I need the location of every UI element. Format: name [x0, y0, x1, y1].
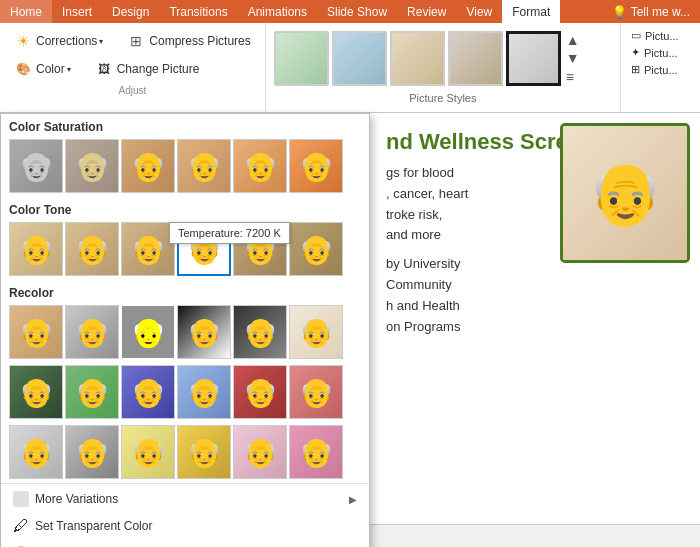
- dropdown-footer: More Variations ▶ 🖊 Set Transparent Colo…: [1, 483, 369, 547]
- ribbon-tabs: Home Insert Design Transitions Animation…: [0, 0, 700, 23]
- tab-slideshow[interactable]: Slide Show: [317, 0, 397, 23]
- ribbon-row-2: Color ▾ Change Picture: [6, 55, 259, 83]
- picture-effects-icon: ✦: [631, 46, 640, 59]
- picture-effects-button[interactable]: ✦ Pictu...: [627, 44, 694, 61]
- more-variations-arrow: ▶: [349, 494, 357, 505]
- color-dropdown-arrow: ▾: [67, 65, 71, 74]
- ribbon-controls: Corrections ▾ Compress Pictures Color ▾ …: [0, 23, 700, 113]
- recolor-row-3: 👴 👴 👴 👴 👴 👴: [1, 423, 369, 483]
- corrections-dropdown-arrow: ▾: [99, 37, 103, 46]
- color-tone-tooltip: Temperature: 7200 K: [169, 222, 290, 244]
- saturation-300[interactable]: 👴: [289, 139, 343, 193]
- picture-style-1[interactable]: [274, 31, 329, 86]
- picture-layout-icon: ⊞: [631, 63, 640, 76]
- slide-content: nd Wellness Screenings gs for blood , ca…: [370, 113, 700, 524]
- color-saturation-grid: 👴 👴 👴 👴 👴 👴: [1, 137, 369, 197]
- recolor-yellow[interactable]: 👴: [177, 425, 231, 479]
- picture-style-4[interactable]: [448, 31, 503, 86]
- saturation-66[interactable]: 👴: [121, 139, 175, 193]
- recolor-row-1: 👴 👴 👴 👴 👴 👴: [1, 303, 369, 363]
- set-transparent-color-item[interactable]: 🖊 Set Transparent Color: [1, 512, 369, 540]
- recolor-blue[interactable]: 👴: [177, 365, 231, 419]
- saturation-100[interactable]: 👴: [177, 139, 231, 193]
- picture-color-options-item[interactable]: 🎨 Picture Color Options...: [1, 540, 369, 547]
- tab-format[interactable]: Format: [502, 0, 560, 23]
- compress-pictures-button[interactable]: Compress Pictures: [119, 30, 258, 52]
- ribbon-tabs-bar: Home Insert Design Transitions Animation…: [0, 0, 700, 23]
- styles-expand[interactable]: ≡: [566, 69, 580, 85]
- tone-7800k[interactable]: 👴: [289, 222, 343, 276]
- recolor-grayscale[interactable]: 👴: [65, 305, 119, 359]
- recolor-dark-green[interactable]: 👴: [9, 365, 63, 419]
- adjust-group-label: Adjust: [6, 85, 259, 96]
- tab-animations[interactable]: Animations: [238, 0, 317, 23]
- ribbon-group-right: ▭ Pictu... ✦ Pictu... ⊞ Pictu...: [620, 23, 700, 112]
- picture-styles-label: Picture Styles: [270, 90, 616, 106]
- more-variations-icon: [13, 491, 29, 507]
- color-dropdown-panel: Color Saturation 👴 👴 👴 👴 👴 👴 Color: [0, 113, 370, 547]
- tab-design[interactable]: Design: [102, 0, 159, 23]
- recolor-bw50[interactable]: 👴: [121, 305, 175, 359]
- picture-border-button[interactable]: ▭ Pictu...: [627, 27, 694, 44]
- recolor-bw15[interactable]: 👴: [233, 305, 287, 359]
- saturation-200[interactable]: 👴: [233, 139, 287, 193]
- color-tone-grid: 👴 👴 👴 👴 👴 👴 Temperature: 7200 K: [1, 220, 369, 280]
- more-variations-item[interactable]: More Variations ▶: [1, 486, 369, 512]
- sun-icon: [14, 32, 32, 50]
- recolor-washout[interactable]: 👴: [289, 305, 343, 359]
- recolor-red[interactable]: 👴: [289, 365, 343, 419]
- recolor-bw85[interactable]: 👴: [177, 305, 231, 359]
- saturation-33[interactable]: 👴: [65, 139, 119, 193]
- tone-5300k[interactable]: 👴: [65, 222, 119, 276]
- tab-review[interactable]: Review: [397, 0, 456, 23]
- slide-person-image: 👴: [560, 123, 690, 263]
- picture-icon: [95, 60, 113, 78]
- tab-view[interactable]: View: [456, 0, 502, 23]
- picture-layout-button[interactable]: ⊞ Pictu...: [627, 61, 694, 78]
- change-picture-button[interactable]: Change Picture: [87, 58, 208, 80]
- recolor-none[interactable]: 👴: [9, 305, 63, 359]
- palette-icon: [14, 60, 32, 78]
- tab-tellme[interactable]: 💡 Tell me w...: [602, 0, 700, 23]
- recolor-dark-blue[interactable]: 👴: [121, 365, 175, 419]
- corrections-button[interactable]: Corrections ▾: [6, 30, 111, 52]
- recolor-light-gray[interactable]: 👴: [9, 425, 63, 479]
- recolor-row-2: 👴 👴 👴 👴 👴 👴: [1, 363, 369, 423]
- recolor-light-pink[interactable]: 👴: [233, 425, 287, 479]
- tab-insert[interactable]: Insert: [52, 0, 102, 23]
- compress-icon: [127, 32, 145, 50]
- lightbulb-icon: 💡: [612, 5, 627, 19]
- ribbon-group-picture-styles: ▲ ▼ ≡ Picture Styles: [266, 23, 620, 112]
- transparent-icon: 🖊: [13, 517, 29, 535]
- tab-transitions[interactable]: Transitions: [159, 0, 237, 23]
- picture-style-3[interactable]: [390, 31, 445, 86]
- main-content: Color Saturation 👴 👴 👴 👴 👴 👴 Color: [0, 113, 700, 524]
- recolor-dark-red[interactable]: 👴: [233, 365, 287, 419]
- ribbon-row-1: Corrections ▾ Compress Pictures: [6, 27, 259, 55]
- color-saturation-title: Color Saturation: [1, 114, 369, 137]
- picture-style-5[interactable]: [506, 31, 561, 86]
- ribbon-group-adjust: Corrections ▾ Compress Pictures Color ▾ …: [0, 23, 266, 112]
- styles-scroll-down[interactable]: ▼: [566, 50, 580, 66]
- recolor-pink[interactable]: 👴: [289, 425, 343, 479]
- saturation-0[interactable]: 👴: [9, 139, 63, 193]
- recolor-gray[interactable]: 👴: [65, 425, 119, 479]
- recolor-title: Recolor: [1, 280, 369, 303]
- color-tone-title: Color Tone: [1, 197, 369, 220]
- picture-style-2[interactable]: [332, 31, 387, 86]
- recolor-light-yellow[interactable]: 👴: [121, 425, 175, 479]
- picture-styles-grid: ▲ ▼ ≡: [270, 27, 616, 90]
- styles-scroll-up[interactable]: ▲: [566, 32, 580, 48]
- tone-4700k[interactable]: 👴: [9, 222, 63, 276]
- color-button[interactable]: Color ▾: [6, 58, 79, 80]
- tab-home[interactable]: Home: [0, 0, 52, 23]
- picture-border-icon: ▭: [631, 29, 641, 42]
- recolor-green[interactable]: 👴: [65, 365, 119, 419]
- tone-5900k[interactable]: 👴: [121, 222, 175, 276]
